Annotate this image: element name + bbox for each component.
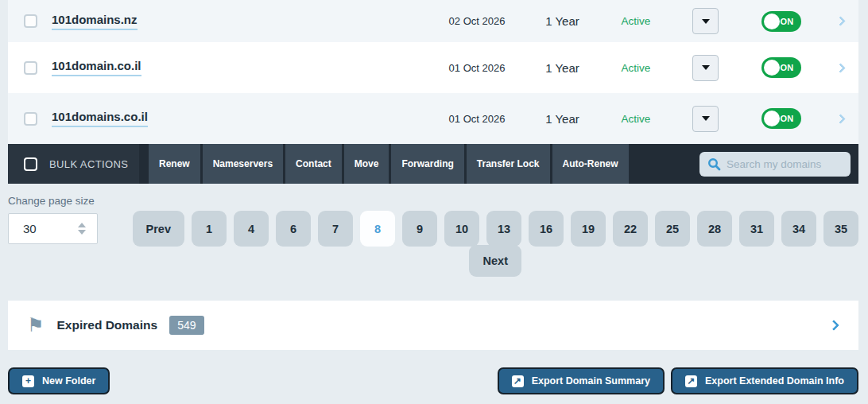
row-checkbox[interactable] [24,112,37,126]
row-checkbox[interactable] [24,14,37,28]
pagination-buttons: Prev 1 4 6 7 8 9 10 13 16 19 22 25 28 31… [133,211,858,247]
expiry-date: 02 Oct 2026 [429,15,525,27]
page-button[interactable]: 31 [739,211,774,247]
page-button[interactable]: 6 [276,211,311,247]
chevron-right-icon[interactable] [835,114,846,124]
chevron-right-icon[interactable] [835,63,846,73]
page-size-label: Change page size [8,195,858,207]
expired-domains-title: Expired Domains [57,318,158,332]
page-button[interactable]: 1 [192,211,227,247]
auto-renew-toggle[interactable]: ON [761,11,801,32]
footer-actions: + New Folder ↗ Export Domain Summary ↗ E… [8,367,858,394]
pagination-section: Change page size 30 Prev 1 4 6 7 8 9 10 … [0,184,868,277]
page-button[interactable]: 7 [318,211,353,247]
auto-renew-toggle[interactable]: ON [761,57,801,78]
search-input[interactable] [727,158,843,170]
bulk-actions-bar: BULK ACTIONS Renew Nameservers Contact M… [8,144,858,184]
page-button[interactable]: 25 [655,211,690,247]
export-icon: ↗ [685,375,697,387]
toggle-state-label: ON [780,63,793,72]
bulk-bar-spacer [629,144,700,184]
search-icon [707,157,721,171]
page-size-select[interactable]: 30 [8,213,98,244]
row-actions-dropdown[interactable] [692,55,719,81]
status-label: Active [600,62,672,74]
row-actions-dropdown[interactable] [692,8,719,34]
spinner-arrows-icon[interactable] [78,223,86,235]
export-icon: ↗ [512,375,524,387]
bulk-auto-renew-button[interactable]: Auto-Renew [552,144,629,184]
toggle-state-label: ON [780,17,793,26]
bulk-forwarding-button[interactable]: Forwarding [391,144,463,184]
caret-down-icon [702,65,710,70]
page-button[interactable]: 19 [571,211,606,247]
caret-down-icon [702,116,710,121]
page-button[interactable]: 10 [444,211,479,247]
bulk-move-button[interactable]: Move [344,144,389,184]
term-label: 1 Year [525,14,600,28]
caret-down-icon [702,19,710,24]
domain-search-box[interactable] [699,152,851,177]
new-folder-button[interactable]: + New Folder [8,367,110,394]
domain-link[interactable]: 101domain.co.il [52,59,141,76]
toggle-state-label: ON [780,114,793,123]
expiry-date: 01 Oct 2026 [429,62,525,74]
page-size-value: 30 [23,222,37,235]
domain-row: 101domains.co.il 01 Oct 2026 1 Year Acti… [8,93,858,144]
export-domain-summary-button[interactable]: ↗ Export Domain Summary [498,367,665,394]
term-label: 1 Year [525,61,600,75]
page-button[interactable]: 35 [823,211,858,247]
export-extended-domain-info-button[interactable]: ↗ Export Extended Domain Info [671,367,858,394]
bulk-nameservers-button[interactable]: Nameservers [203,144,283,184]
page-button[interactable]: 9 [402,211,437,247]
bulk-actions-label: BULK ACTIONS [49,158,128,170]
chevron-right-icon[interactable] [835,16,846,26]
bulk-renew-button[interactable]: Renew [149,144,200,184]
toggle-knob [764,111,780,126]
domain-link[interactable]: 101domains.nz [52,13,138,30]
page-button[interactable]: 28 [697,211,732,247]
toggle-knob [764,14,780,29]
page-button-current[interactable]: 8 [360,211,395,247]
flag-icon: ⚑ [27,316,45,335]
term-label: 1 Year [525,112,600,126]
page-button[interactable]: 22 [613,211,648,247]
auto-renew-toggle[interactable]: ON [761,108,801,129]
toggle-knob [764,60,780,76]
row-actions-dropdown[interactable] [692,106,719,132]
page-button[interactable]: 34 [781,211,816,247]
domain-row: 101domains.nz 02 Oct 2026 1 Year Active … [8,0,858,42]
export-summary-label: Export Domain Summary [532,375,650,387]
page-button[interactable]: 4 [234,211,269,247]
page-button[interactable]: 16 [529,211,564,247]
domain-list: 101domains.nz 02 Oct 2026 1 Year Active … [8,0,858,144]
next-page-button[interactable]: Next [469,245,521,277]
plus-icon: + [22,375,34,387]
new-folder-label: New Folder [42,375,95,387]
bulk-contact-button[interactable]: Contact [285,144,342,184]
expired-count-badge: 549 [169,316,203,335]
expired-domains-row[interactable]: ⚑ Expired Domains 549 [8,301,858,350]
prev-page-button[interactable]: Prev [133,211,184,247]
page-button[interactable]: 13 [486,211,521,247]
expiry-date: 01 Oct 2026 [429,113,525,125]
status-label: Active [600,113,672,125]
chevron-right-icon[interactable] [828,320,839,331]
status-label: Active [600,15,672,27]
select-all-checkbox[interactable] [24,157,37,171]
export-extended-label: Export Extended Domain Info [705,375,844,387]
bulk-transfer-lock-button[interactable]: Transfer Lock [467,144,550,184]
row-checkbox[interactable] [24,61,37,75]
domain-row: 101domain.co.il 01 Oct 2026 1 Year Activ… [8,42,858,93]
bulk-actions-header: BULK ACTIONS [8,144,139,184]
domain-link[interactable]: 101domains.co.il [52,110,148,127]
